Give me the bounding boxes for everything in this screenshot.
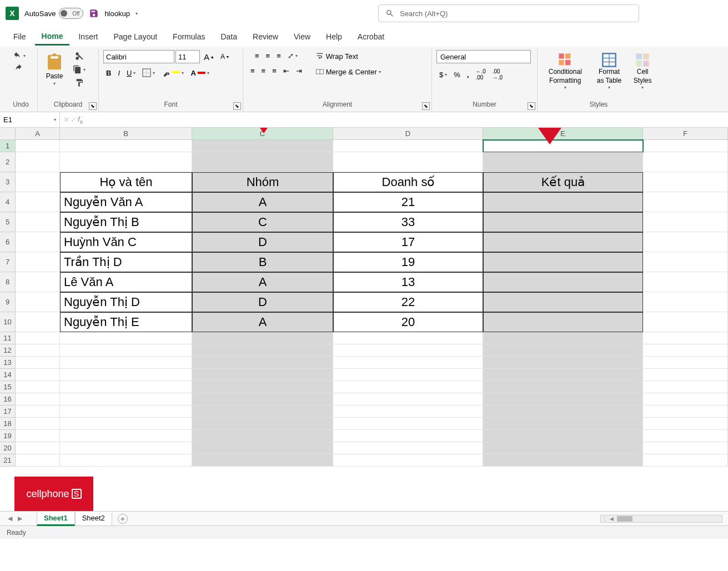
cell-F15[interactable] — [643, 381, 728, 393]
menu-tab-insert[interactable]: Insert — [72, 29, 104, 44]
cell-C1[interactable] — [192, 140, 333, 152]
bold-button[interactable]: B — [103, 67, 114, 79]
cell-A9[interactable] — [16, 292, 60, 312]
cell-C3[interactable]: Nhóm — [192, 172, 333, 192]
enter-formula-icon[interactable]: ✓ — [71, 116, 77, 124]
cell-D12[interactable] — [333, 344, 483, 357]
column-header-D[interactable]: D — [333, 128, 483, 139]
cell-B20[interactable] — [60, 442, 192, 454]
format-as-table-button[interactable]: Format as Table▾ — [592, 50, 627, 93]
cell-E19[interactable] — [483, 430, 643, 442]
name-box[interactable]: ▾ — [0, 112, 60, 127]
wrap-text-button[interactable]: Wrap Text — [313, 50, 361, 62]
cell-D7[interactable]: 19 — [333, 252, 483, 272]
cell-B19[interactable] — [60, 430, 192, 442]
cut-button[interactable] — [72, 50, 87, 62]
align-bottom-button[interactable]: ≡ — [274, 50, 284, 62]
cell-E13[interactable] — [483, 357, 643, 369]
cell-C16[interactable] — [192, 393, 333, 405]
sheet-tab-sheet2[interactable]: Sheet2 — [75, 512, 112, 526]
cell-styles-button[interactable]: Cell Styles▾ — [630, 50, 655, 93]
cell-B21[interactable] — [60, 454, 192, 467]
cell-C4[interactable]: A — [192, 192, 333, 212]
align-top-button[interactable]: ≡ — [252, 50, 262, 62]
cell-A10[interactable] — [16, 312, 60, 332]
decrease-decimal-button[interactable]: .00→.0 — [490, 67, 505, 82]
conditional-formatting-button[interactable]: Conditional Formatting▾ — [542, 50, 589, 93]
cell-C8[interactable]: A — [192, 272, 333, 292]
align-center-button[interactable]: ≡ — [259, 65, 269, 77]
menu-tab-view[interactable]: View — [287, 29, 317, 44]
cell-B9[interactable]: Nguyễn Thị D — [60, 292, 192, 312]
cell-B8[interactable]: Lê Văn A — [60, 272, 192, 292]
increase-decimal-button[interactable]: ←.0.00 — [473, 67, 488, 82]
cell-A7[interactable] — [16, 252, 60, 272]
cell-F3[interactable] — [643, 172, 728, 192]
cell-F13[interactable] — [643, 357, 728, 369]
cell-C18[interactable] — [192, 418, 333, 430]
cell-A17[interactable] — [16, 405, 60, 418]
row-header-13[interactable]: 13 — [0, 357, 16, 369]
cell-E8[interactable] — [483, 272, 643, 292]
cell-B6[interactable]: Huỳnh Văn C — [60, 232, 192, 252]
cell-C6[interactable]: D — [192, 232, 333, 252]
cell-D8[interactable]: 13 — [333, 272, 483, 292]
cell-A8[interactable] — [16, 272, 60, 292]
row-header-6[interactable]: 6 — [0, 232, 16, 252]
sheet-nav-next[interactable]: ▶ — [16, 515, 24, 522]
cell-D19[interactable] — [333, 430, 483, 442]
column-header-B[interactable]: B — [60, 128, 192, 139]
cell-E16[interactable] — [483, 393, 643, 405]
cell-F1[interactable] — [643, 140, 728, 152]
row-header-5[interactable]: 5 — [0, 212, 16, 232]
comma-button[interactable]: , — [464, 69, 472, 81]
font-launcher[interactable]: ⬊ — [233, 102, 241, 110]
row-header-16[interactable]: 16 — [0, 393, 16, 405]
row-header-8[interactable]: 8 — [0, 272, 16, 292]
cell-D9[interactable]: 22 — [333, 292, 483, 312]
cell-D6[interactable]: 17 — [333, 232, 483, 252]
cell-D2[interactable] — [333, 152, 483, 172]
cell-A2[interactable] — [16, 152, 60, 172]
cell-D18[interactable] — [333, 418, 483, 430]
menu-tab-data[interactable]: Data — [214, 29, 244, 44]
cell-B4[interactable]: Nguyễn Văn A — [60, 192, 192, 212]
cell-A18[interactable] — [16, 418, 60, 430]
cell-A11[interactable] — [16, 332, 60, 344]
row-header-3[interactable]: 3 — [0, 172, 16, 192]
cell-F17[interactable] — [643, 405, 728, 418]
autosave-toggle[interactable]: AutoSave Off — [24, 8, 83, 19]
cell-D11[interactable] — [333, 332, 483, 344]
font-name-select[interactable] — [103, 50, 174, 63]
row-header-19[interactable]: 19 — [0, 430, 16, 442]
cell-F11[interactable] — [643, 332, 728, 344]
cell-B13[interactable] — [60, 357, 192, 369]
cell-D17[interactable] — [333, 405, 483, 418]
menu-tab-acrobat[interactable]: Acrobat — [351, 29, 391, 44]
menu-tab-review[interactable]: Review — [246, 29, 285, 44]
cell-A12[interactable] — [16, 344, 60, 357]
cell-E2[interactable] — [483, 152, 643, 172]
cell-B16[interactable] — [60, 393, 192, 405]
cell-D16[interactable] — [333, 393, 483, 405]
fx-icon[interactable]: fx — [78, 115, 83, 125]
row-header-14[interactable]: 14 — [0, 369, 16, 381]
cell-B12[interactable] — [60, 344, 192, 357]
cell-A6[interactable] — [16, 232, 60, 252]
merge-center-button[interactable]: Merge & Center▾ — [313, 66, 384, 78]
filename[interactable]: hlookup — [104, 9, 130, 18]
cell-F10[interactable] — [643, 312, 728, 332]
sheet-tab-sheet1[interactable]: Sheet1 — [37, 512, 75, 526]
row-header-20[interactable]: 20 — [0, 442, 16, 454]
cell-B15[interactable] — [60, 381, 192, 393]
cell-A14[interactable] — [16, 369, 60, 381]
sheet-nav-prev[interactable]: ◀ — [6, 515, 14, 522]
cell-C9[interactable]: D — [192, 292, 333, 312]
fill-color-button[interactable]: ▾ — [159, 67, 187, 79]
cell-A13[interactable] — [16, 357, 60, 369]
cell-A3[interactable] — [16, 172, 60, 192]
cell-F12[interactable] — [643, 344, 728, 357]
row-header-9[interactable]: 9 — [0, 292, 16, 312]
row-header-7[interactable]: 7 — [0, 252, 16, 272]
cell-C15[interactable] — [192, 381, 333, 393]
